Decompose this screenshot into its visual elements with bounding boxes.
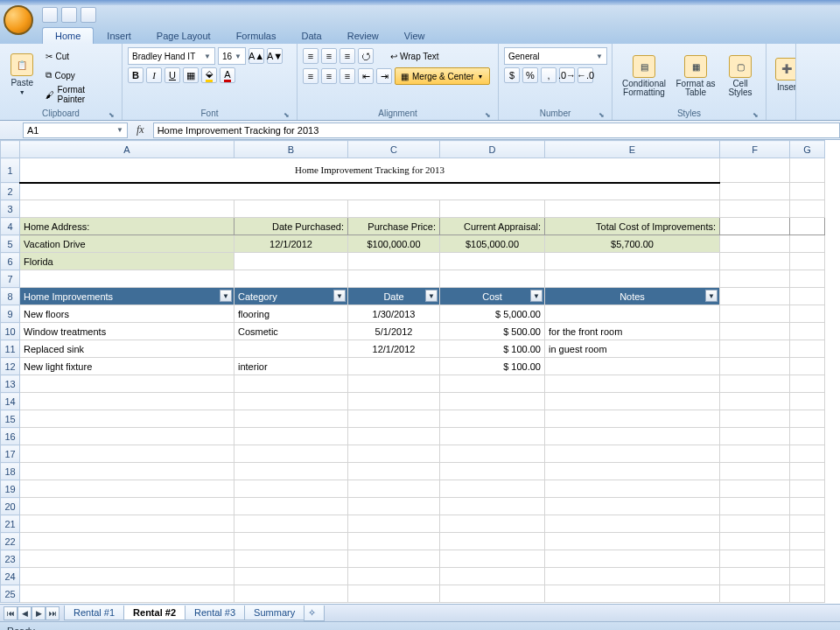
sheet-tab[interactable]: Rental #2 <box>123 606 186 620</box>
percent-icon[interactable]: % <box>522 67 538 83</box>
filter-dropdown-icon[interactable]: ▼ <box>425 290 438 302</box>
cell[interactable]: for the front room <box>545 323 720 340</box>
sheet-tab[interactable]: Summary <box>244 606 304 620</box>
filter-dropdown-icon[interactable]: ▼ <box>705 290 718 302</box>
row-header[interactable]: 4 <box>1 218 20 235</box>
row-header[interactable]: 5 <box>1 235 20 253</box>
row-header[interactable]: 6 <box>1 253 20 270</box>
tab-review[interactable]: Review <box>335 28 391 44</box>
sheet-tab[interactable]: Rental #1 <box>64 606 124 620</box>
filter-dropdown-icon[interactable]: ▼ <box>333 290 346 302</box>
row-header[interactable]: 1 <box>1 158 20 183</box>
cell[interactable]: $ 100.00 <box>440 358 545 375</box>
column-header-e[interactable]: E <box>545 141 720 158</box>
wrap-text-button[interactable]: ↩Wrap Text <box>386 47 444 65</box>
cell[interactable]: $100,000.00 <box>348 235 440 253</box>
cell[interactable]: Purchase Price: <box>348 218 440 235</box>
cell[interactable] <box>348 358 440 375</box>
cell[interactable]: Total Cost of Improvements: <box>545 218 720 235</box>
cell[interactable]: in guest room <box>545 340 720 358</box>
tab-view[interactable]: View <box>392 28 438 44</box>
cell[interactable]: 5/1/2012 <box>348 323 440 340</box>
cell[interactable] <box>545 358 720 375</box>
name-box[interactable]: A1▼ <box>23 122 128 138</box>
paste-button[interactable]: 📋 Paste ▼ <box>5 46 38 103</box>
tab-formulas[interactable]: Formulas <box>224 28 289 44</box>
cell[interactable]: $105,000.00 <box>440 235 545 253</box>
table-header-cell[interactable]: Notes▼ <box>545 288 720 305</box>
table-header-cell[interactable]: Cost▼ <box>440 288 545 305</box>
cell[interactable]: Florida <box>20 253 234 270</box>
indent-decrease-icon[interactable]: ⇤ <box>358 68 374 84</box>
worksheet[interactable]: A B C D E F G 1 Home Improvement Trackin… <box>0 140 840 604</box>
conditional-formatting-button[interactable]: ▤ Conditional Formatting <box>618 47 670 105</box>
cell[interactable]: Home Address: <box>20 218 234 235</box>
cell[interactable]: Vacation Drive <box>20 235 234 253</box>
tab-data[interactable]: Data <box>289 28 333 44</box>
table-header-cell[interactable]: Category▼ <box>234 288 348 305</box>
new-sheet-button[interactable]: ✧ <box>304 606 325 621</box>
tab-page-layout[interactable]: Page Layout <box>144 28 223 44</box>
office-button[interactable] <box>4 5 33 35</box>
format-painter-button[interactable]: 🖌Format Painter <box>41 86 116 103</box>
cell[interactable]: Current Appraisal: <box>440 218 545 235</box>
qat-save-icon[interactable] <box>42 7 58 23</box>
cell[interactable] <box>234 340 348 358</box>
cell[interactable]: 1/30/2013 <box>348 305 440 323</box>
comma-icon[interactable]: , <box>541 67 556 83</box>
indent-increase-icon[interactable]: ⇥ <box>376 68 392 84</box>
tab-home[interactable]: Home <box>42 27 94 44</box>
fx-icon[interactable]: fx <box>136 123 144 136</box>
cell[interactable]: $ 5,000.00 <box>440 305 545 323</box>
row-header[interactable]: 8 <box>1 288 20 305</box>
cell[interactable]: Date Purchased: <box>234 218 348 235</box>
row-header[interactable]: 9 <box>1 305 20 323</box>
row-header[interactable]: 22 <box>1 533 20 550</box>
cell-styles-button[interactable]: ▢ Cell Styles <box>721 47 760 105</box>
cell[interactable]: Replaced sink <box>20 340 234 358</box>
row-header[interactable]: 19 <box>1 480 20 498</box>
tab-nav-next-icon[interactable]: ▶ <box>32 606 46 620</box>
column-header-g[interactable]: G <box>790 141 825 158</box>
filter-dropdown-icon[interactable]: ▼ <box>220 290 232 302</box>
column-header-a[interactable]: A <box>20 141 234 158</box>
filter-dropdown-icon[interactable]: ▼ <box>530 290 542 302</box>
tab-nav-prev-icon[interactable]: ◀ <box>18 606 32 620</box>
insert-cells-button[interactable]: ➕ Inser <box>772 46 796 103</box>
row-header[interactable]: 25 <box>1 585 20 603</box>
font-size-select[interactable]: 16▼ <box>218 47 246 65</box>
grow-font-icon[interactable]: A▲ <box>248 48 264 64</box>
row-header[interactable]: 10 <box>1 323 20 340</box>
cut-button[interactable]: ✂Cut <box>41 47 116 65</box>
font-name-select[interactable]: Bradley Hand IT▼ <box>128 47 215 65</box>
row-header[interactable]: 16 <box>1 428 20 445</box>
italic-button[interactable]: I <box>146 67 162 83</box>
row-header[interactable]: 21 <box>1 515 20 533</box>
cell[interactable]: 12/1/2012 <box>234 235 348 253</box>
tab-nav-first-icon[interactable]: ⏮ <box>4 606 18 620</box>
decrease-decimal-icon[interactable]: ←.0 <box>578 67 593 83</box>
qat-undo-icon[interactable] <box>61 7 77 23</box>
format-as-table-button[interactable]: ▦ Format as Table <box>673 47 718 105</box>
align-bottom-icon[interactable]: ≡ <box>340 48 355 64</box>
row-header[interactable]: 15 <box>1 410 20 428</box>
bold-button[interactable]: B <box>128 67 144 83</box>
font-color-button[interactable]: A <box>220 67 235 83</box>
cell[interactable]: $ 500.00 <box>440 323 545 340</box>
currency-icon[interactable]: $ <box>504 67 520 83</box>
cell[interactable]: 12/1/2012 <box>348 340 440 358</box>
cell[interactable]: Window treatments <box>20 323 234 340</box>
increase-decimal-icon[interactable]: .0→ <box>559 67 575 83</box>
number-format-select[interactable]: General▼ <box>504 47 607 65</box>
align-top-icon[interactable]: ≡ <box>303 48 318 64</box>
align-right-icon[interactable]: ≡ <box>340 68 355 84</box>
cell[interactable]: $5,700.00 <box>545 235 720 253</box>
cell[interactable]: $ 100.00 <box>440 340 545 358</box>
tab-nav-last-icon[interactable]: ⏭ <box>46 606 60 620</box>
row-header[interactable]: 13 <box>1 375 20 393</box>
row-header[interactable]: 24 <box>1 568 20 585</box>
cell[interactable] <box>545 305 720 323</box>
row-header[interactable]: 14 <box>1 393 20 410</box>
column-header-c[interactable]: C <box>348 141 440 158</box>
row-header[interactable]: 17 <box>1 445 20 463</box>
